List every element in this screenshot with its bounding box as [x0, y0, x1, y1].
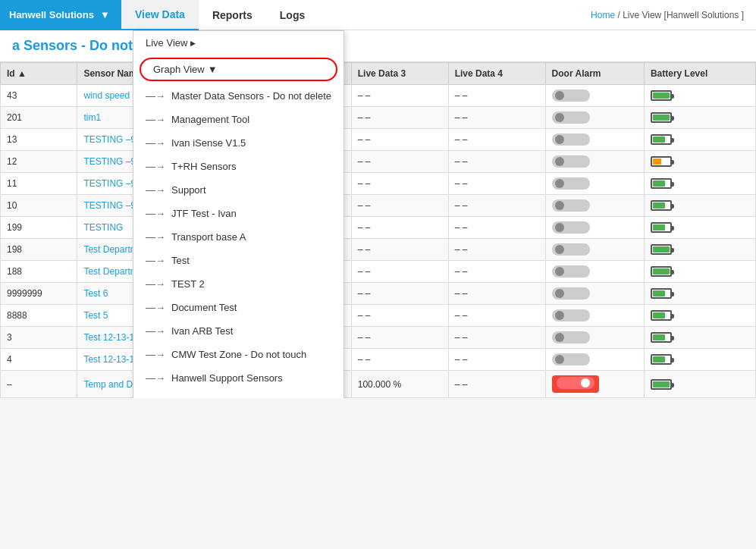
cell-door-alarm — [545, 173, 644, 195]
cell-battery — [644, 107, 755, 129]
battery-icon — [651, 354, 672, 365]
dropdown-ivan-arb[interactable]: —→ Ivan ARB Test — [133, 319, 343, 343]
nav-reports[interactable]: Reports — [199, 0, 266, 30]
battery-icon — [651, 134, 672, 145]
dropdown-master-data[interactable]: —→ Master Data Sensors - Do not delete — [133, 84, 343, 108]
dropdown-test[interactable]: —→ Test — [133, 249, 343, 272]
dropdown-support[interactable]: —→ Support — [133, 178, 343, 202]
table-row: 43wind speed– –– –– –– – — [1, 85, 756, 107]
dropdown-live-view[interactable]: Live View — [133, 31, 343, 55]
dropdown-management-tool[interactable]: —→ Management Tool — [133, 108, 343, 131]
breadcrumb: Home / Live View [Hanwell Solutions ] — [591, 10, 756, 20]
cell-id: 12 — [1, 151, 77, 173]
cell-id: 199 — [1, 217, 77, 239]
cell-d3: – – — [351, 349, 448, 371]
col-header-d3[interactable]: Live Data 3 — [351, 63, 448, 85]
top-nav: Hanwell Solutions ▼ View Data Reports Lo… — [0, 0, 756, 30]
table-row: 13TESTING –902 °C36.866 %RH– –– – — [1, 129, 756, 151]
cell-battery — [644, 85, 755, 107]
table-row: 9999999Test 6– –– –– –– – — [1, 283, 756, 305]
dropdown-cmw[interactable]: —→ CMW Test Zone - Do not touch — [133, 343, 343, 366]
col-header-d4[interactable]: Live Data 4 — [448, 63, 545, 85]
table-row: 12TESTING –906 °C33.068 %RH– –– – — [1, 151, 756, 173]
cell-d4: – – — [448, 305, 545, 327]
cell-battery — [644, 371, 755, 398]
dropdown-jtf-test[interactable]: —→ JTF Test - Ivan — [133, 202, 343, 225]
cell-door-alarm — [545, 327, 644, 349]
dropdown-example-zone[interactable]: —→ Example Zone — [133, 390, 343, 398]
cell-d3: – – — [351, 107, 448, 129]
cell-battery — [644, 195, 755, 217]
cell-id: 4 — [1, 349, 77, 371]
cell-d4: – – — [448, 107, 545, 129]
cell-id: 11 — [1, 173, 77, 195]
cell-d4: – – — [448, 129, 545, 151]
table-row: 3Test 12-13-19C– – °C– –– – — [1, 327, 756, 349]
cell-battery — [644, 239, 755, 261]
dropdown-hanwell-support[interactable]: —→ Hanwell Support Sensors — [133, 366, 343, 390]
nav-logs[interactable]: Logs — [266, 0, 318, 30]
col-header-id[interactable]: Id ▲ — [1, 63, 77, 85]
cell-battery — [644, 305, 755, 327]
battery-icon — [651, 310, 672, 321]
nav-view-data[interactable]: View Data — [121, 0, 199, 30]
cell-door-alarm — [545, 107, 644, 129]
cell-d4: – – — [448, 217, 545, 239]
cell-door-alarm — [545, 283, 644, 305]
dropdown-trh-sensors[interactable]: —→ T+RH Sensors — [133, 155, 343, 178]
dropdown-graph-view[interactable]: Graph View ▼ — [140, 58, 337, 81]
cell-d4: – – — [448, 85, 545, 107]
cell-d4: – – — [448, 151, 545, 173]
cell-d4: – – — [448, 195, 545, 217]
cell-d4: – – — [448, 239, 545, 261]
cell-id: 3 — [1, 327, 77, 349]
dropdown-test2[interactable]: —→ TEST 2 — [133, 272, 343, 296]
cell-battery — [644, 349, 755, 371]
cell-d3: – – — [351, 195, 448, 217]
dropdown-doc-test[interactable]: —→ Document Test — [133, 296, 343, 319]
battery-icon — [651, 156, 672, 167]
battery-icon — [651, 266, 672, 277]
cell-d3: – – — [351, 327, 448, 349]
cell-d4: – – — [448, 349, 545, 371]
cell-door-alarm — [545, 195, 644, 217]
col-header-battery[interactable]: Battery Level — [644, 63, 755, 85]
cell-door-alarm — [545, 151, 644, 173]
cell-d3: – – — [351, 239, 448, 261]
breadcrumb-home[interactable]: Home — [591, 10, 615, 20]
brand-button[interactable]: Hanwell Solutions ▼ — [0, 0, 121, 30]
cell-id: 10 — [1, 195, 77, 217]
dropdown-transport[interactable]: —→ Transport base A — [133, 225, 343, 249]
battery-icon — [651, 332, 672, 343]
cell-d3: – – — [351, 85, 448, 107]
battery-icon — [651, 244, 672, 255]
table-row: 10TESTING –908 °C36.357 %RH– –– – — [1, 195, 756, 217]
data-table: Id ▲ Sensor Name ta 1 Live Data 2 Live D… — [0, 62, 756, 398]
cell-battery — [644, 327, 755, 349]
cell-d3: 100.000 % — [351, 371, 448, 398]
cell-battery — [644, 283, 755, 305]
cell-battery — [644, 217, 755, 239]
battery-icon — [651, 288, 672, 299]
col-header-door[interactable]: Door Alarm — [545, 63, 644, 85]
cell-battery — [644, 151, 755, 173]
table-row: –Temp and Do0 °C– –100.000 %– – — [1, 371, 756, 398]
cell-door-alarm — [545, 129, 644, 151]
breadcrumb-current: Live View [Hanwell Solutions ] — [623, 10, 744, 20]
cell-id: 13 — [1, 129, 77, 151]
cell-door-alarm — [545, 349, 644, 371]
table-header-row: Id ▲ Sensor Name ta 1 Live Data 2 Live D… — [1, 63, 756, 85]
table-row: 188Test DepartmC– – %RH– –– – — [1, 261, 756, 283]
cell-id: 198 — [1, 239, 77, 261]
cell-door-alarm — [545, 305, 644, 327]
cell-battery — [644, 173, 755, 195]
nav-items: View Data Reports Logs — [121, 0, 318, 30]
dropdown-ivan-isense[interactable]: —→ Ivan iSense V1.5 — [133, 131, 343, 155]
cell-id: 188 — [1, 261, 77, 283]
brand-arrow: ▼ — [100, 9, 110, 20]
battery-icon — [651, 178, 672, 189]
cell-d3: – – — [351, 305, 448, 327]
table-row: 199TESTINGC– – %RH– –– – — [1, 217, 756, 239]
dropdown-panel: Live View Graph View ▼ —→ Master Data Se… — [133, 30, 344, 398]
cell-door-alarm — [545, 239, 644, 261]
